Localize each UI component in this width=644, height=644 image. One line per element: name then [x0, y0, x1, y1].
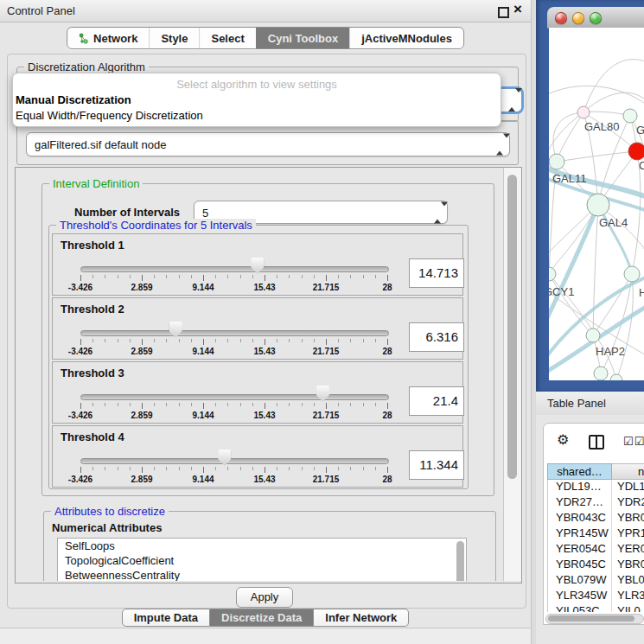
cell-name[interactable]: YBR0 [612, 511, 644, 526]
cell-shared-name[interactable]: YDR27… [548, 495, 612, 511]
cell-name[interactable]: YDR2 [612, 495, 644, 511]
table-row[interactable]: YDL19…YDL1 [548, 480, 644, 495]
table-row[interactable]: YBR045CYBR0 [548, 558, 644, 573]
cell-shared-name[interactable]: YPR145W [548, 526, 612, 542]
attribute-item[interactable]: BetweennessCentrality [58, 568, 466, 581]
close-traffic-light[interactable] [555, 12, 567, 24]
network-node[interactable] [586, 328, 600, 342]
tab-style[interactable]: Style [149, 28, 199, 48]
cell-name[interactable]: YBL0 [612, 573, 644, 589]
cell-shared-name[interactable]: YIL053C [548, 604, 612, 612]
cell-shared-name[interactable]: YER054C [548, 542, 612, 558]
algorithm-option-manual[interactable]: Manual Discretization [13, 92, 501, 108]
settings-viewport: Interval Definition Number of Intervals … [16, 168, 502, 581]
network-edge[interactable] [557, 112, 583, 162]
table-data-select-stepper[interactable] [496, 138, 503, 151]
bottom-tab-infer-network[interactable]: Infer Network [314, 609, 409, 627]
algorithm-option-equal-width[interactable]: Equal Width/Frequency Discretization [13, 108, 501, 124]
cell-name[interactable]: YPR1 [612, 526, 644, 542]
network-edge[interactable] [593, 205, 598, 335]
zoom-traffic-light[interactable] [590, 12, 602, 24]
tick-minor [375, 339, 376, 342]
tick-minor [338, 339, 339, 342]
table-row[interactable]: YER054CYER0 [548, 542, 644, 558]
attributes-list-scrollbar[interactable] [456, 540, 465, 581]
tick-minor [191, 339, 192, 342]
threshold-slider-track[interactable] [80, 330, 389, 336]
cell-name[interactable]: YDL1 [612, 480, 644, 495]
gear-icon[interactable]: ⚙ [557, 433, 569, 447]
tab-select[interactable]: Select [199, 28, 255, 48]
network-node[interactable] [549, 154, 564, 169]
network-node[interactable] [610, 374, 622, 380]
columns-icon[interactable] [589, 435, 604, 450]
network-node[interactable] [577, 106, 590, 118]
column-header-name[interactable]: na [612, 463, 644, 480]
attributes-list-scrollbar-thumb[interactable] [456, 541, 464, 581]
number-of-intervals-stepper[interactable] [434, 206, 441, 219]
table-row[interactable]: YIL053CYIL0 [548, 604, 644, 612]
network-edge[interactable] [557, 151, 637, 162]
algorithm-select-stepper[interactable] [508, 92, 515, 108]
table-row[interactable]: YDR27…YDR2 [548, 495, 644, 511]
tick-major [142, 403, 143, 409]
tick-minor [375, 403, 376, 406]
network-node[interactable] [628, 143, 644, 160]
threshold-value-field[interactable]: 21.4 [409, 386, 464, 416]
bottom-tab-discretize-data[interactable]: Discretize Data [210, 609, 314, 627]
close-icon[interactable]: × [513, 1, 522, 18]
table-row[interactable]: YBR043CYBR0 [548, 511, 644, 526]
numerical-attributes-list[interactable]: SelfLoopsTopologicalCoefficientBetweenne… [57, 538, 467, 581]
threshold-slider-track[interactable] [80, 394, 389, 400]
network-node[interactable] [624, 266, 640, 282]
threshold-slider-track[interactable] [80, 266, 389, 272]
table-row[interactable]: YPR145WYPR1 [548, 526, 644, 542]
tab-jactivemnodules[interactable]: jActiveMNodules [349, 28, 463, 48]
network-edge[interactable] [583, 92, 644, 112]
cell-name[interactable]: YLR3 [612, 589, 644, 604]
attribute-item[interactable]: TopologicalCoefficient [58, 553, 466, 568]
cell-shared-name[interactable]: YBL079W [548, 573, 612, 589]
minimize-traffic-light[interactable] [572, 12, 584, 24]
table-hscrollbar[interactable] [545, 614, 644, 624]
threshold-panel-1: Threshold 1-3.4262.8599.14415.4321.71528… [52, 233, 463, 296]
cell-shared-name[interactable]: YDL19… [548, 480, 612, 495]
table-row[interactable]: YBL079WYBL0 [548, 573, 644, 589]
settings-scrollbar-thumb[interactable] [507, 175, 517, 479]
table-row[interactable]: YLR345WYLR3 [548, 589, 644, 604]
column-header-shared-name[interactable]: shared… [547, 463, 612, 480]
tab-network[interactable]: Network [67, 28, 149, 48]
threshold-value-field[interactable]: 6.316 [409, 322, 464, 352]
cell-name[interactable]: YBR0 [612, 558, 644, 573]
tick-minor [166, 403, 167, 406]
network-node[interactable] [594, 367, 608, 380]
threshold-slider-track[interactable] [80, 458, 389, 464]
float-window-icon[interactable] [498, 7, 509, 18]
cell-name[interactable]: YER0 [612, 542, 644, 558]
network-edge-highlighted[interactable] [549, 205, 598, 326]
tick-minor [166, 339, 167, 342]
threshold-value-field[interactable]: 11.344 [409, 450, 464, 480]
network-node[interactable] [587, 194, 609, 216]
tick-minor [363, 339, 364, 342]
table-data-select[interactable]: galFiltered.sif default node [26, 132, 510, 156]
network-canvas[interactable]: GAL80GACGAL11GAL4GCY1HHAP2 [549, 28, 644, 380]
table-card: ⚙ ☑☑ shared… na YDL19…YDL1YDR27…YDR2YBR0… [543, 423, 644, 625]
apply-button[interactable]: Apply [236, 587, 293, 608]
table-hscrollbar-thumb[interactable] [548, 615, 634, 622]
network-node[interactable] [549, 267, 556, 281]
attribute-item[interactable]: SelfLoops [58, 539, 466, 553]
checkboxes-icon[interactable]: ☑☑ [623, 435, 644, 448]
network-node[interactable] [623, 109, 637, 123]
tab-cyni-toolbox[interactable]: Cyni Toolbox [256, 28, 349, 48]
threshold-panel-3: Threshold 3-3.4262.8599.14415.4321.71528… [52, 361, 463, 424]
cell-shared-name[interactable]: YBR043C [548, 511, 612, 526]
cell-shared-name[interactable]: YLR345W [548, 589, 612, 604]
settings-scrollbar[interactable] [503, 168, 521, 581]
cell-shared-name[interactable]: YBR045C [548, 558, 612, 573]
threshold-value-field[interactable]: 14.713 [409, 258, 464, 288]
bottom-tab-impute-data[interactable]: Impute Data [122, 609, 210, 627]
cell-name[interactable]: YIL0 [612, 604, 644, 612]
network-graph[interactable]: GAL80GACGAL11GAL4GCY1HHAP2 [549, 28, 644, 380]
network-window-titlebar[interactable] [547, 7, 644, 29]
